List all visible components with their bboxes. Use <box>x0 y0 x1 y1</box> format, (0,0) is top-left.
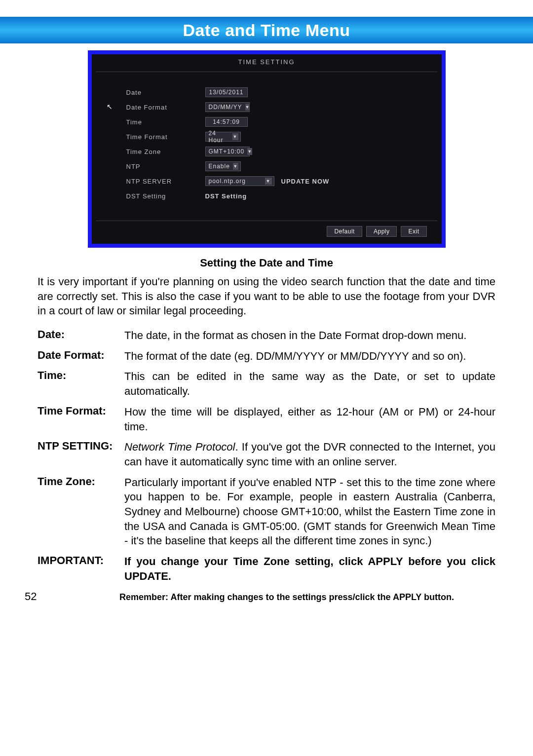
term-time-zone: Time Zone: <box>38 475 124 548</box>
exit-button[interactable]: Exit <box>401 226 426 237</box>
page-number: 52 <box>25 590 78 603</box>
select-date-format[interactable]: DD/MM/YY ▼ <box>205 102 250 112</box>
dvr-window: TIME SETTING ↖ Date 13/05/2011 Date Form… <box>92 54 442 244</box>
body-time-zone: Particularly important if you've enabled… <box>124 475 495 548</box>
select-ntp[interactable]: Enable ▼ <box>205 161 241 171</box>
label-dst: DST Setting <box>126 192 205 200</box>
row-date: Date 13/05/2011 <box>126 85 432 100</box>
chevron-down-icon: ▼ <box>233 163 238 170</box>
label-date: Date <box>126 89 205 96</box>
def-date: Date: The date, in the format as chosen … <box>38 328 495 343</box>
dst-setting-button[interactable]: DST Setting <box>205 192 247 200</box>
def-ntp: NTP SETTING: Network Time Protocol. If y… <box>38 440 495 469</box>
body-date: The date, in the format as chosen in the… <box>124 328 495 343</box>
page-banner: Date and Time Menu <box>0 17 533 43</box>
page-content: Setting the Date and Time It is very imp… <box>0 248 533 583</box>
default-button[interactable]: Default <box>327 226 362 237</box>
chevron-down-icon: ▼ <box>265 178 272 185</box>
label-time-zone: Time Zone <box>126 148 205 155</box>
term-ntp: NTP SETTING: <box>38 440 124 469</box>
chevron-down-icon: ▼ <box>247 148 252 155</box>
row-time: Time 14:57:09 <box>126 114 432 129</box>
page-title: Date and Time Menu <box>183 21 350 40</box>
dvr-form: Date 13/05/2011 Date Format DD/MM/YY ▼ T… <box>92 72 442 221</box>
page-footer: 52 Remember: After making changes to the… <box>0 590 533 603</box>
chevron-down-icon: ▼ <box>232 133 238 140</box>
row-time-format: Time Format 24 Hour ▼ <box>126 129 432 144</box>
label-ntp: NTP <box>126 163 205 170</box>
select-ntp-server[interactable]: pool.ntp.org ▼ <box>205 176 274 186</box>
def-time-format: Time Format: How the time will be displa… <box>38 405 495 434</box>
body-ntp: Network Time Protocol. If you've got the… <box>124 440 495 469</box>
intro-paragraph: It is very important if you're planning … <box>38 274 495 318</box>
mouse-cursor-icon: ↖ <box>107 103 113 111</box>
def-date-format: Date Format: The format of the date (eg.… <box>38 349 495 364</box>
body-important: If you change your Time Zone setting, cl… <box>124 554 495 583</box>
footer-reminder: Remember: After making changes to the se… <box>78 592 495 603</box>
select-time-format[interactable]: 24 Hour ▼ <box>205 132 241 142</box>
update-now-button[interactable]: UPDATE NOW <box>281 178 330 185</box>
term-date-format: Date Format: <box>38 349 124 364</box>
dvr-footer: Default Apply Exit <box>92 221 442 244</box>
definitions-list: Date: The date, in the format as chosen … <box>38 328 495 583</box>
input-date[interactable]: 13/05/2011 <box>205 87 248 97</box>
input-time[interactable]: 14:57:09 <box>205 117 248 127</box>
row-dst: DST Setting DST Setting <box>126 189 432 203</box>
def-time-zone: Time Zone: Particularly important if you… <box>38 475 495 548</box>
def-important: IMPORTANT: If you change your Time Zone … <box>38 554 495 583</box>
body-time: This can be edited in the same way as th… <box>124 369 495 398</box>
row-ntp: NTP Enable ▼ <box>126 159 432 174</box>
row-ntp-server: NTP SERVER pool.ntp.org ▼ UPDATE NOW <box>126 174 432 189</box>
term-date: Date: <box>38 328 124 343</box>
body-date-format: The format of the date (eg. DD/MM/YYYY o… <box>124 349 495 364</box>
apply-button[interactable]: Apply <box>366 226 397 237</box>
label-time: Time <box>126 118 205 126</box>
row-date-format: Date Format DD/MM/YY ▼ <box>126 100 432 114</box>
def-time: Time: This can be edited in the same way… <box>38 369 495 398</box>
dvr-screenshot-frame: TIME SETTING ↖ Date 13/05/2011 Date Form… <box>88 50 446 248</box>
dvr-window-title: TIME SETTING <box>92 54 442 72</box>
label-time-format: Time Format <box>126 133 205 141</box>
section-heading: Setting the Date and Time <box>38 257 495 269</box>
select-time-zone[interactable]: GMT+10:00 ▼ <box>205 147 250 156</box>
screenshot-container: TIME SETTING ↖ Date 13/05/2011 Date Form… <box>0 50 533 248</box>
term-important: IMPORTANT: <box>38 554 124 583</box>
row-time-zone: Time Zone GMT+10:00 ▼ <box>126 144 432 159</box>
chevron-down-icon: ▼ <box>245 104 250 111</box>
label-ntp-server: NTP SERVER <box>126 178 205 185</box>
term-time-format: Time Format: <box>38 405 124 434</box>
term-time: Time: <box>38 369 124 398</box>
body-time-format: How the time will be displayed, either a… <box>124 405 495 434</box>
label-date-format: Date Format <box>126 104 205 111</box>
